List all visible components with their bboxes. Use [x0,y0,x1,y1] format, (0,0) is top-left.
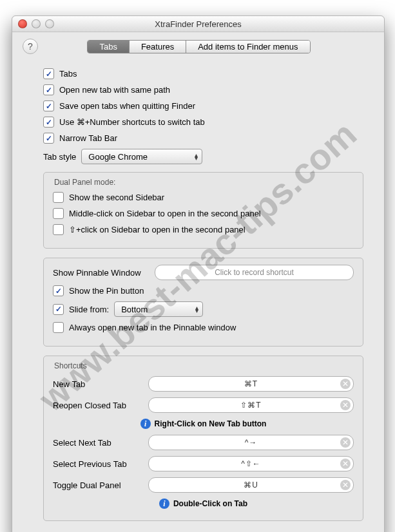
select-slide-from-value: Bottom [121,305,148,314]
clear-icon[interactable]: ✕ [340,480,351,490]
checkbox-cmd-number[interactable] [43,117,54,128]
label-slide-from: Slide from: [69,305,109,314]
select-arrows-icon: ▴▾ [195,306,198,312]
checkbox-always-open[interactable] [53,322,64,333]
legend-dual-panel: Dual Panel mode: [54,178,354,187]
label-sc-toggle: Toggle Dual Panel [53,480,143,490]
label-middle-click: Middle-click on Sidebar to open in the s… [69,209,261,218]
shortcut-next[interactable]: ^→ ✕ [148,435,354,450]
label-tab-style: Tab style [43,152,76,162]
checkbox-second-sidebar[interactable] [53,192,64,203]
group-pinnable: Show Pinnable Window Click to record sho… [43,258,363,347]
tab-segmented-control: Tabs Features Add items to Finder menus [87,40,310,53]
checkbox-middle-click[interactable] [53,208,64,219]
label-sc-next: Select Next Tab [53,438,143,448]
clear-icon[interactable]: ✕ [340,379,351,389]
clear-icon[interactable]: ✕ [340,459,351,469]
label-second-sidebar: Show the second Sidebar [69,193,164,202]
shortcut-prev[interactable]: ^⇧← ✕ [148,456,354,471]
select-tab-style[interactable]: Google Chrome ▴▾ [81,149,202,164]
checkbox-narrow-bar[interactable] [43,133,54,144]
label-cmd-number: Use ⌘+Number shortcuts to switch tab [59,117,205,127]
checkbox-same-path[interactable] [43,84,54,95]
tab-features[interactable]: Features [130,41,186,53]
preferences-window: XtraFinder Preferences ? Tabs Features A… [12,15,385,532]
select-slide-from[interactable]: Bottom ▴▾ [114,301,203,317]
group-dual-panel: Dual Panel mode: Show the second Sidebar… [43,172,363,249]
legend-shortcuts: Shortcuts [54,361,354,370]
checkbox-show-pin[interactable] [53,285,64,296]
group-shortcuts: Shortcuts New Tab ⌘T ✕ Reopen Closed Tab… [43,356,363,521]
shortcut-new-tab[interactable]: ⌘T ✕ [148,376,354,392]
window-title: XtraFinder Preferences [12,19,384,29]
label-same-path: Open new tab with same path [59,85,170,95]
checkbox-save-tabs[interactable] [43,100,54,111]
content: Tabs Open new tab with same path Save op… [12,68,384,532]
label-always-open: Always open new tab in the Pinnable wind… [69,323,236,332]
label-narrow-bar: Narrow Tab Bar [59,133,117,143]
label-sc-reopen: Reopen Closed Tab [53,401,143,410]
label-tabs: Tabs [59,69,77,79]
titlebar: XtraFinder Preferences [12,16,384,32]
checkbox-shift-click[interactable] [53,224,64,235]
select-tab-style-value: Google Chrome [88,152,148,162]
info-icon: i [140,419,151,429]
label-show-pin: Show the Pin button [69,286,144,296]
hint-double-click: iDouble-Click on Tab [53,499,354,509]
shortcut-reopen[interactable]: ⇧⌘T ✕ [148,397,354,413]
toolbar: ? Tabs Features Add items to Finder menu… [12,32,384,63]
label-sc-new-tab: New Tab [53,379,143,389]
label-shift-click: ⇧+click on Sidebar to open in the second… [69,225,246,234]
help-button[interactable]: ? [23,39,38,54]
shortcut-toggle[interactable]: ⌘U ✕ [148,477,354,493]
select-arrows-icon: ▴▾ [195,153,198,160]
hint-right-click: iRight-Click on New Tab button [53,419,354,429]
label-sc-prev: Select Previous Tab [53,459,143,469]
checkbox-tabs[interactable] [43,68,54,79]
tab-tabs[interactable]: Tabs [88,41,129,53]
info-icon: i [159,499,169,509]
record-shortcut-pinnable[interactable]: Click to record shortcut [155,265,354,280]
checkbox-slide-from[interactable] [53,304,64,315]
tab-additems[interactable]: Add items to Finder menus [186,41,309,53]
label-show-pinnable: Show Pinnable Window [53,268,149,278]
label-save-tabs: Save open tabs when quitting Finder [59,101,195,111]
clear-icon[interactable]: ✕ [340,437,351,448]
clear-icon[interactable]: ✕ [340,400,351,410]
